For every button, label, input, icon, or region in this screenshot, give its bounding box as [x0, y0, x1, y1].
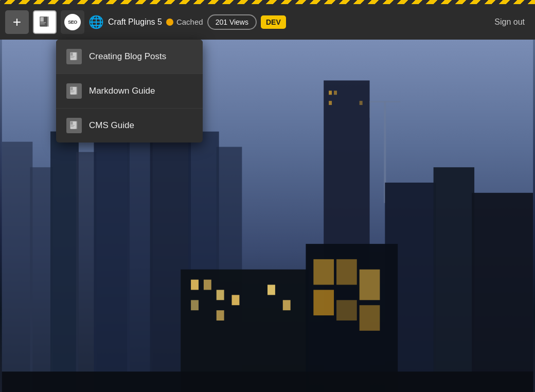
svg-rect-29	[217, 310, 224, 320]
svg-rect-15	[329, 101, 332, 105]
book-icon-2	[69, 86, 79, 96]
book-icon-1	[69, 51, 79, 62]
globe-icon: 🌐	[88, 15, 104, 29]
svg-rect-28	[191, 300, 199, 310]
svg-rect-32	[313, 259, 334, 285]
svg-rect-35	[336, 300, 357, 320]
svg-rect-20	[434, 167, 474, 392]
svg-rect-36	[360, 270, 380, 300]
svg-rect-46	[70, 56, 75, 57]
dropdown-item-label-2: Markdown Guide	[89, 86, 155, 96]
svg-rect-45	[70, 53, 73, 56]
dev-badge: DEV	[261, 15, 286, 29]
hazard-stripe	[0, 0, 535, 4]
svg-rect-27	[232, 295, 240, 305]
svg-rect-52	[70, 92, 74, 92]
svg-rect-57	[70, 126, 74, 127]
dropdown-item-icon-1	[66, 49, 82, 64]
svg-rect-56	[70, 125, 75, 126]
dropdown-item-icon-2	[66, 83, 82, 99]
svg-rect-42	[40, 23, 45, 24]
dropdown-item-label-1: Creating Blog Posts	[89, 51, 166, 62]
svg-rect-7	[127, 142, 153, 392]
svg-rect-4	[50, 132, 79, 392]
cached-text: Cached	[176, 17, 203, 26]
svg-rect-40	[40, 17, 44, 22]
sign-out-button[interactable]: Sign out	[489, 17, 530, 27]
svg-rect-24	[191, 280, 199, 290]
site-name: Craft Plugins 5	[108, 17, 162, 27]
dropdown-item-markdown-guide[interactable]: Markdown Guide	[56, 74, 203, 109]
svg-rect-55	[70, 122, 73, 125]
svg-rect-14	[360, 101, 363, 105]
svg-rect-38	[2, 371, 533, 392]
book-icon-3	[69, 120, 79, 131]
svg-rect-48	[76, 52, 77, 60]
svg-rect-26	[217, 290, 224, 300]
guide-icon-button[interactable]	[33, 10, 57, 34]
svg-rect-6	[94, 116, 129, 392]
dropdown-item-cms-guide[interactable]: CMS Guide	[56, 109, 203, 142]
dropdown-menu: Creating Blog Posts Markdown Guide	[56, 40, 203, 142]
svg-rect-2	[30, 167, 53, 392]
svg-rect-53	[76, 87, 77, 95]
svg-rect-34	[313, 290, 334, 315]
svg-rect-50	[70, 87, 73, 91]
svg-rect-18	[370, 102, 371, 118]
dropdown-item-icon-3	[66, 118, 82, 133]
seo-badge: SEO	[64, 14, 81, 30]
seo-icon-button[interactable]: SEO	[61, 10, 84, 34]
svg-rect-17	[370, 101, 401, 102]
svg-rect-5	[76, 152, 97, 392]
add-button[interactable]: +	[5, 10, 29, 34]
svg-rect-30	[283, 300, 291, 310]
svg-rect-21	[472, 193, 533, 392]
cached-dot	[166, 19, 173, 26]
book-icon	[38, 15, 51, 29]
svg-rect-31	[268, 285, 275, 295]
svg-rect-58	[76, 121, 77, 129]
svg-rect-33	[336, 259, 357, 285]
svg-rect-43	[47, 16, 48, 26]
svg-rect-47	[70, 57, 74, 58]
views-badge: 201 Views	[207, 14, 257, 30]
svg-rect-12	[329, 91, 332, 95]
svg-rect-1	[2, 142, 33, 392]
dropdown-item-creating-blog-posts[interactable]: Creating Blog Posts	[56, 40, 203, 74]
dropdown-item-label-3: CMS Guide	[89, 120, 134, 131]
svg-rect-25	[204, 280, 211, 290]
svg-rect-51	[70, 91, 75, 91]
svg-rect-37	[360, 305, 380, 331]
svg-rect-41	[40, 22, 46, 23]
toolbar: + SEO 🌐 Craft Plugins 5 Cached	[0, 0, 535, 40]
svg-rect-13	[334, 91, 337, 95]
cached-indicator: Cached	[166, 17, 203, 26]
